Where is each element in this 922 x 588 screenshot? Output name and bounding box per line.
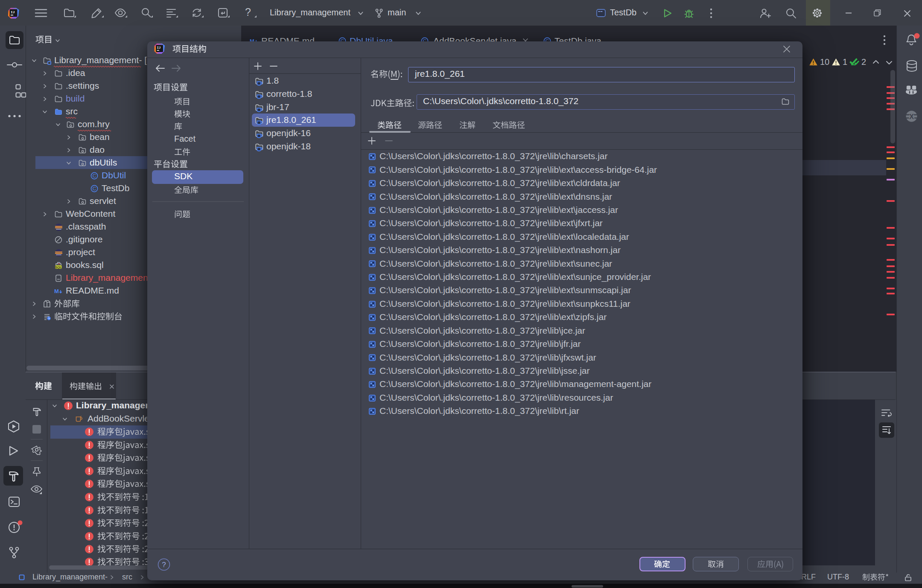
svg-text:SQL: SQL — [55, 265, 62, 269]
svg-text:C: C — [93, 186, 96, 191]
svg-text:?: ? — [162, 561, 166, 569]
svg-text:M: M — [54, 288, 59, 294]
svg-text:X: X — [909, 113, 914, 120]
svg-text:IJ: IJ — [157, 46, 161, 49]
svg-text:IJ: IJ — [11, 10, 15, 14]
svg-text:C: C — [93, 173, 96, 178]
